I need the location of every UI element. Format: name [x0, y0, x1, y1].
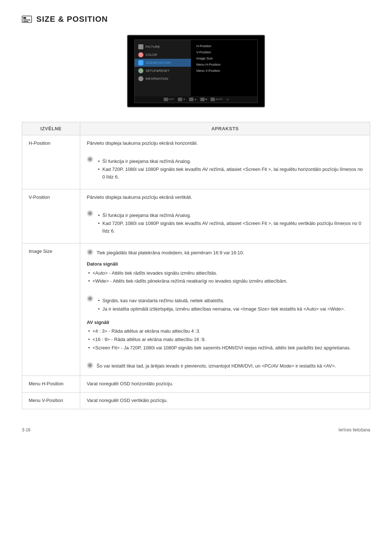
osd-item-size: SIZE&POSITION: [135, 59, 191, 67]
osd-option-vpos: V-Position: [196, 50, 252, 54]
table-row: H-Position Pārvieto displeja laukuma poz…: [22, 135, 370, 189]
note-row: Šo var iestatīt tikai tad, ja ārējais ie…: [87, 362, 363, 370]
list-item: <4 : 3> - Rāda attēlus ar ekrāna malu at…: [87, 328, 363, 335]
list-item: Kad 720P, 1080i vai 1080P signāls tiek i…: [97, 166, 363, 181]
row-desc-hposition: Pārvieto displeja laukuma pozīciju ekrān…: [80, 135, 370, 189]
osd-btn-select: ■: [200, 98, 207, 101]
row-desc-menuvpos: Varat noregulēt OSD vertikālo pozīciju.: [80, 393, 370, 409]
size-position-icon: [22, 16, 32, 23]
osd-right-panel: H-Position V-Position Image Size Menu H-…: [191, 40, 257, 103]
osd-option-menuhpos: Menu H-Position: [196, 63, 252, 66]
row-label-menuvpos: Menu V-Position: [22, 393, 80, 409]
table-row: Image Size Tiek piegādāts tikai platekrā…: [22, 243, 370, 376]
svg-rect-1: [23, 17, 26, 19]
row-desc-imagesize: Tiek piegādāts tikai platekrāna modeļiem…: [80, 243, 370, 376]
osd-btn-auto: AUTO: [211, 98, 222, 101]
bullet-list: Šī funkcija ir pieejama tikai režīmā Ana…: [97, 212, 363, 236]
osd-btn-power: ◎: [226, 98, 229, 101]
col-header-desc: APRAKSTS: [80, 122, 370, 135]
svg-rect-3: [23, 21, 28, 22]
note-icon: [87, 156, 93, 163]
note-icon: [87, 249, 93, 255]
osd-item-color: COLOR: [135, 51, 191, 59]
list-item: Šī funkcija ir pieejama tikai režīmā Ana…: [97, 158, 363, 165]
row-label-vposition: V-Position: [22, 189, 80, 243]
monitor-frame: PICTURE COLOR SIZE&POSITION SETUP&RESET …: [127, 35, 265, 107]
note-icon: [87, 295, 93, 302]
bullet-list: <Auto> - Attēls tiek rādīts ievades sign…: [87, 270, 363, 286]
bullet-list: Signāls, kas nav standarta režīmu tabulā…: [97, 297, 345, 314]
table-row: Menu H-Position Varat noregulēt OSD hori…: [22, 376, 370, 393]
size-icon: [138, 60, 143, 65]
osd-left-panel: PICTURE COLOR SIZE&POSITION SETUP&RESET …: [135, 40, 191, 103]
color-icon: [138, 52, 143, 57]
note-row: Šī funkcija ir pieejama tikai režīmā Ana…: [87, 156, 363, 183]
footer-page-number: 3-16: [22, 427, 30, 432]
osd-option-hpos: H-Position: [196, 44, 252, 48]
svg-rect-2: [23, 20, 30, 20]
osd-bottom-bar: EXIT ▼ ▲ ■ AUTO ◎: [135, 96, 257, 103]
picture-icon: [138, 44, 143, 49]
osd-item-info: INFORMATION: [135, 75, 191, 83]
row-label-hposition: H-Position: [22, 135, 80, 189]
list-item: Kad 720P, 1080i vai 1080P signāls tiek i…: [97, 220, 363, 235]
col-header-menu: IZVĒLNE: [22, 122, 80, 135]
row-label-imagesize: Image Size: [22, 243, 80, 376]
osd-btn-exit: EXIT: [164, 98, 175, 101]
table-row: V-Position Pārvieto displeja laukuma poz…: [22, 189, 370, 243]
bullet-list: Šī funkcija ir pieejama tikai režīmā Ana…: [97, 158, 363, 182]
list-item: Ja ir iestatīta optimālā izšķirtspēja, i…: [97, 305, 345, 313]
page-header: SIZE & POSITION: [22, 15, 370, 24]
section-heading-datora: Datora signāli: [87, 260, 363, 268]
table-row: Menu V-Position Varat noregulēt OSD vert…: [22, 393, 370, 409]
setup-icon: [138, 68, 143, 73]
list-item: <16 : 9> - Rāda attēlus ar ekrāna malu a…: [87, 336, 363, 344]
section-heading-av: AV signāli: [87, 319, 363, 327]
osd-btn-down: ▼: [178, 98, 185, 101]
row-label-menuhpos: Menu H-Position: [22, 376, 80, 393]
osd-item-picture: PICTURE: [135, 43, 191, 51]
note-row: Tiek piegādāts tikai platekrāna modeļiem…: [87, 249, 363, 257]
osd-btn-up: ▲: [189, 98, 197, 101]
info-icon: [138, 76, 143, 81]
osd-menu: PICTURE COLOR SIZE&POSITION SETUP&RESET …: [134, 40, 258, 103]
page-footer: 3-16 Ierīces lietošana: [22, 424, 370, 432]
note-icon: [87, 362, 93, 369]
row-desc-menuhpos: Varat noregulēt OSD horizontālo pozīciju…: [80, 376, 370, 393]
list-item: <Wide> - Attēls tiek rādīts pilnekrāna r…: [87, 278, 363, 285]
note-row: Signāls, kas nav standarta režīmu tabulā…: [87, 296, 363, 315]
note-row: Šī funkcija ir pieejama tikai režīmā Ana…: [87, 210, 363, 237]
content-table: IZVĒLNE APRAKSTS H-Position Pārvieto dis…: [22, 122, 370, 409]
row-desc-vposition: Pārvieto displeja laukuma pozīciju ekrān…: [80, 189, 370, 243]
osd-item-setup: SETUP&RESET: [135, 67, 191, 75]
list-item: <Auto> - Attēls tiek rādīts ievades sign…: [87, 270, 363, 277]
bullet-list: <4 : 3> - Rāda attēlus ar ekrāna malu at…: [87, 328, 363, 352]
note-icon: [87, 210, 93, 217]
monitor-screenshot: PICTURE COLOR SIZE&POSITION SETUP&RESET …: [22, 35, 370, 107]
list-item: Signāls, kas nav standarta režīmu tabulā…: [97, 297, 345, 305]
list-item: <Screen Fit> - Ja 720P, 1080i vai 1080P …: [87, 344, 363, 352]
osd-option-imgsize: Image Size: [196, 57, 252, 60]
list-item: Šī funkcija ir pieejama tikai režīmā Ana…: [97, 212, 363, 219]
osd-option-menuvpos: Menu V-Position: [196, 69, 252, 73]
page-title: SIZE & POSITION: [36, 15, 108, 24]
footer-chapter: Ierīces lietošana: [339, 427, 370, 432]
